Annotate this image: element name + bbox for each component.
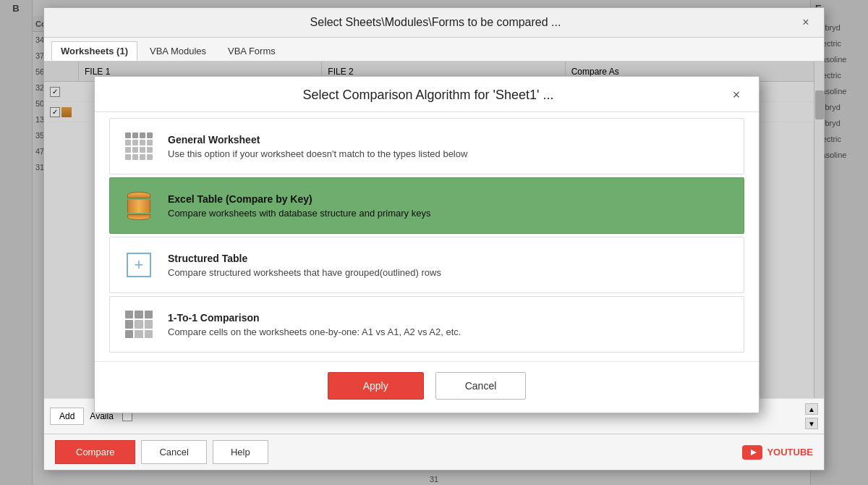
page-number: 31 <box>430 473 438 485</box>
inner-dialog-close-button[interactable]: × <box>728 87 744 103</box>
scroll-up-button[interactable]: ▲ <box>805 403 818 415</box>
tab-vba-forms[interactable]: VBA Forms <box>218 41 285 61</box>
option-excel-table-desc: Compare worksheets with database structu… <box>168 208 732 219</box>
col-b-header: B <box>12 3 19 14</box>
cancel-inner-button[interactable]: Cancel <box>435 372 527 400</box>
db-icon-small <box>61 107 72 117</box>
options-list: General Worksheet Use this option if you… <box>95 112 759 361</box>
add-button[interactable]: Add <box>50 408 84 425</box>
scrollbar-thumb[interactable] <box>815 90 824 119</box>
inner-dialog-titlebar: Select Comparison Algorithm for 'Sheet1'… <box>95 77 759 112</box>
option-structured-text: Structured Table Compare structured work… <box>168 253 732 278</box>
option-excel-table-text: Excel Table (Compare by Key) Compare wor… <box>168 193 732 219</box>
option-one-to-one[interactable]: 1-To-1 Comparison Compare cells on the w… <box>109 296 744 353</box>
outer-bottom-bar: Compare Cancel Help YOUTUBE <box>44 434 824 470</box>
outer-dialog-titlebar: Select Sheets\Modules\Forms to be compar… <box>44 8 824 38</box>
option-excel-table-title: Excel Table (Compare by Key) <box>168 193 732 205</box>
option-general-worksheet[interactable]: General Worksheet Use this option if you… <box>109 118 744 174</box>
apply-button[interactable]: Apply <box>328 372 424 400</box>
youtube-icon <box>742 445 762 460</box>
checkbox-row2[interactable]: ✓ <box>50 107 60 117</box>
inner-bottom-bar: Apply Cancel <box>95 361 759 413</box>
checkbox-row1[interactable]: ✓ <box>50 87 60 97</box>
tab-vba-modules[interactable]: VBA Modules <box>140 41 216 61</box>
compare-button[interactable]: Compare <box>55 440 135 464</box>
scroll-down-button[interactable]: ▼ <box>805 418 818 429</box>
option-one-to-one-desc: Compare cells on the worksheets one-by-o… <box>168 326 732 337</box>
option-structured-table[interactable]: + Structured Table Compare structured wo… <box>109 237 744 293</box>
option-structured-desc: Compare structured worksheets that have … <box>168 267 732 278</box>
grid2-icon <box>122 307 156 342</box>
youtube-area[interactable]: YOUTUBE <box>742 445 813 460</box>
tabs-bar: Worksheets (1) VBA Modules VBA Forms <box>44 38 824 62</box>
option-general-desc: Use this option if your worksheet doesn'… <box>168 148 732 159</box>
option-one-to-one-text: 1-To-1 Comparison Compare cells on the w… <box>168 312 732 337</box>
tab-worksheets[interactable]: Worksheets (1) <box>51 41 137 61</box>
plus-box-icon: + <box>122 248 156 282</box>
outer-dialog-close-button[interactable]: × <box>799 15 813 30</box>
option-general-title: General Worksheet <box>168 134 732 146</box>
option-excel-table[interactable]: Excel Table (Compare by Key) Compare wor… <box>109 177 744 234</box>
outer-dialog-title: Select Sheets\Modules\Forms to be compar… <box>72 16 799 29</box>
cancel-outer-button[interactable]: Cancel <box>141 440 206 464</box>
option-structured-title: Structured Table <box>168 253 732 264</box>
vertical-scrollbar[interactable] <box>814 62 824 398</box>
inner-dialog-title: Select Comparison Algorithm for 'Sheet1'… <box>128 88 728 103</box>
inner-dialog: Select Comparison Algorithm for 'Sheet1'… <box>94 76 760 413</box>
database-icon <box>122 188 156 223</box>
help-button[interactable]: Help <box>213 440 268 464</box>
svg-marker-0 <box>751 450 757 455</box>
option-general-text: General Worksheet Use this option if you… <box>168 134 732 159</box>
youtube-label: YOUTUBE <box>767 447 813 457</box>
grid-icon <box>122 129 156 164</box>
option-one-to-one-title: 1-To-1 Comparison <box>168 312 732 324</box>
